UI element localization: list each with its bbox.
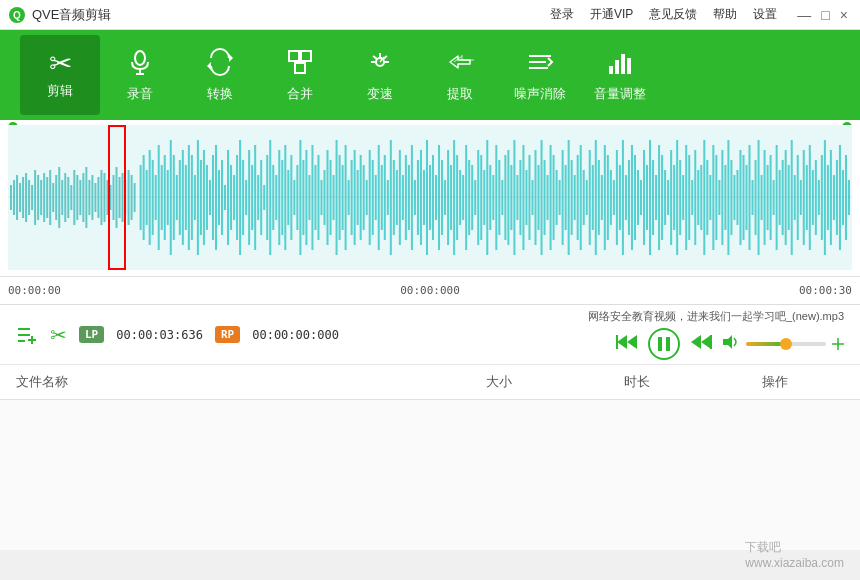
svg-rect-222 (604, 145, 606, 250)
svg-rect-62 (119, 177, 121, 218)
svg-rect-197 (528, 155, 530, 240)
svg-rect-269 (745, 165, 747, 230)
forward-button[interactable] (690, 333, 712, 356)
svg-rect-80 (176, 175, 178, 220)
cut-segment-button[interactable]: ✂ (50, 323, 67, 347)
convert-label: 转换 (207, 85, 233, 103)
volume-track[interactable] (746, 342, 826, 346)
svg-marker-322 (723, 335, 732, 349)
svg-rect-138 (351, 160, 353, 235)
svg-rect-137 (348, 180, 350, 215)
minimize-btn[interactable]: — (793, 7, 815, 23)
merge-label: 合并 (287, 85, 313, 103)
tool-merge[interactable]: 合并 (260, 35, 340, 115)
svg-rect-316 (616, 335, 618, 349)
svg-rect-77 (167, 170, 169, 225)
volume-control[interactable] (722, 334, 844, 354)
svg-rect-47 (73, 170, 75, 225)
svg-rect-72 (152, 160, 154, 235)
svg-marker-320 (701, 335, 711, 349)
tool-extract[interactable]: 提取 (420, 35, 500, 115)
svg-rect-143 (366, 180, 368, 215)
svg-rect-176 (465, 145, 467, 250)
help-link[interactable]: 帮助 (713, 6, 737, 23)
svg-rect-108 (260, 160, 262, 235)
svg-rect-83 (185, 165, 187, 230)
svg-rect-30 (22, 177, 24, 218)
svg-rect-321 (710, 335, 712, 349)
svg-rect-125 (311, 145, 313, 250)
svg-rect-218 (592, 165, 594, 230)
svg-rect-118 (290, 155, 292, 240)
svg-rect-199 (534, 150, 536, 245)
svg-marker-314 (627, 335, 637, 349)
svg-rect-50 (82, 173, 84, 222)
svg-rect-29 (19, 183, 21, 212)
svg-rect-295 (824, 140, 826, 255)
svg-rect-38 (46, 177, 48, 218)
svg-rect-66 (131, 175, 133, 220)
svg-rect-204 (550, 145, 552, 250)
svg-rect-69 (143, 155, 145, 240)
volume-adjust-icon (606, 48, 634, 81)
svg-rect-60 (112, 175, 114, 220)
svg-rect-109 (263, 185, 265, 210)
svg-rect-288 (803, 150, 805, 245)
svg-rect-239 (655, 175, 657, 220)
waveform-container[interactable]: // This won't execute inside SVG, bars a… (0, 120, 860, 305)
waveform-display[interactable]: // This won't execute inside SVG, bars a… (8, 125, 852, 270)
svg-rect-8 (301, 51, 311, 61)
svg-rect-230 (628, 160, 630, 235)
volume-thumb[interactable] (780, 338, 792, 350)
svg-rect-186 (495, 145, 497, 250)
svg-rect-240 (658, 145, 660, 250)
svg-rect-160 (417, 160, 419, 235)
svg-rect-122 (302, 160, 304, 235)
svg-rect-27 (13, 180, 15, 215)
add-track-button[interactable] (16, 324, 38, 346)
svg-rect-249 (685, 145, 687, 250)
svg-rect-152 (393, 160, 395, 235)
svg-rect-298 (833, 175, 835, 220)
svg-rect-141 (360, 155, 362, 240)
file-list-body (0, 400, 860, 500)
vip-link[interactable]: 开通VIP (590, 6, 633, 23)
rewind-button[interactable] (616, 333, 638, 356)
svg-rect-68 (140, 165, 142, 230)
tool-cut[interactable]: ✂ 剪辑 (20, 35, 100, 115)
svg-rect-234 (640, 180, 642, 215)
time-start: 00:00:00 (8, 284, 61, 297)
login-link[interactable]: 登录 (550, 6, 574, 23)
svg-rect-144 (369, 150, 371, 245)
merge-icon (286, 48, 314, 81)
tool-speed[interactable]: 变速 (340, 35, 420, 115)
svg-rect-215 (583, 170, 585, 225)
svg-rect-100 (236, 155, 238, 240)
svg-rect-166 (435, 175, 437, 220)
feedback-link[interactable]: 意见反馈 (649, 6, 697, 23)
svg-rect-287 (800, 180, 802, 215)
svg-rect-207 (559, 180, 561, 215)
col-header-size: 大小 (430, 373, 568, 391)
svg-rect-296 (827, 165, 829, 230)
svg-rect-264 (730, 160, 732, 235)
svg-rect-67 (134, 183, 136, 212)
svg-rect-277 (770, 155, 772, 240)
svg-rect-297 (830, 150, 832, 245)
svg-rect-97 (227, 150, 229, 245)
svg-rect-177 (468, 160, 470, 235)
svg-rect-205 (553, 155, 555, 240)
svg-rect-258 (712, 145, 714, 250)
pause-button[interactable] (648, 328, 680, 360)
close-btn[interactable]: × (836, 7, 852, 23)
maximize-btn[interactable]: □ (817, 7, 833, 23)
tool-volume[interactable]: 音量调整 (580, 35, 660, 115)
tool-record[interactable]: 录音 (100, 35, 180, 115)
tool-convert[interactable]: 转换 (180, 35, 260, 115)
svg-rect-196 (525, 170, 527, 225)
tool-denoise[interactable]: 噪声消除 (500, 35, 580, 115)
settings-link[interactable]: 设置 (753, 6, 777, 23)
col-header-duration: 时长 (568, 373, 706, 391)
svg-rect-147 (378, 145, 380, 250)
svg-rect-82 (182, 150, 184, 245)
